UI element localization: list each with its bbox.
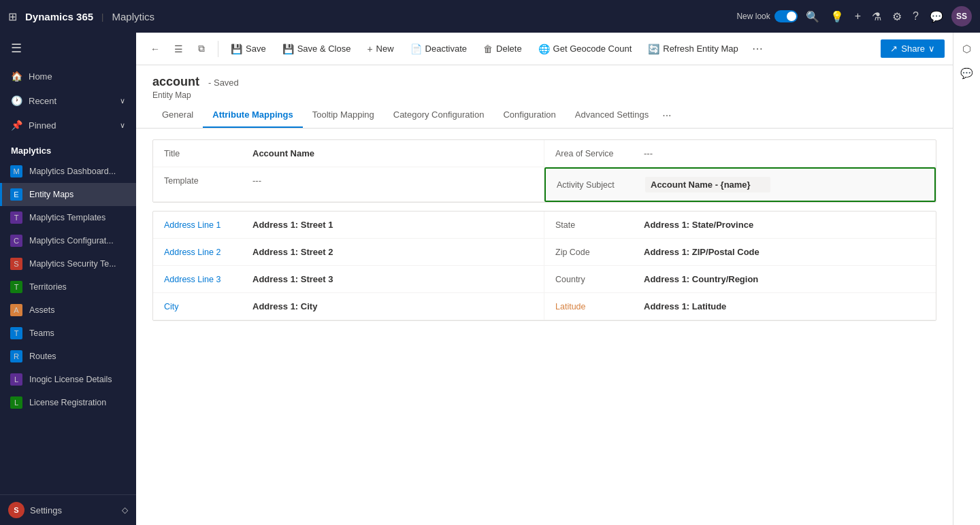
tab-general[interactable]: General — [152, 103, 203, 128]
latitude-label[interactable]: Latitude — [555, 302, 637, 311]
tab-advanced-settings[interactable]: Advanced Settings — [566, 103, 658, 128]
tab-configuration[interactable]: Configuration — [493, 103, 565, 128]
tabs-bar: General Attribute Mappings Tooltip Mappi… — [136, 103, 953, 129]
settings-icon[interactable]: ⚙ — [889, 7, 904, 26]
license-reg-icon: L — [10, 396, 22, 409]
form-cell-address-line-2: Address Line 2 Address 1: Street 2 — [153, 239, 544, 266]
sidebar-item-maplytics-dashboard[interactable]: M Maplytics Dashboard... — [0, 160, 136, 183]
brand-title: Dynamics 365 — [25, 11, 93, 22]
hamburger-icon[interactable]: ☰ — [0, 33, 136, 64]
sidebar-item-entity-maps[interactable]: E Entity Maps — [0, 183, 136, 206]
form-cell-template: Template --- — [153, 167, 544, 202]
sidebar-item-inogic-license[interactable]: L Inogic License Details — [0, 368, 136, 391]
search-icon[interactable]: 🔍 — [803, 7, 822, 26]
settings-badge: S — [8, 502, 24, 518]
tab-category-configuration[interactable]: Category Configuration — [384, 103, 494, 128]
sidebar-item-maplytics-security[interactable]: S Maplytics Security Te... — [0, 252, 136, 275]
area-of-service-value: --- — [644, 148, 653, 158]
assets-icon: A — [10, 304, 22, 316]
address-line-2-label[interactable]: Address Line 2 — [164, 248, 246, 257]
settings-label: Settings — [30, 505, 62, 515]
tabs-more-button[interactable]: ··· — [658, 104, 675, 127]
list-view-button[interactable]: ☰ — [167, 38, 189, 60]
maplytics-templates-icon: T — [10, 211, 22, 224]
zip-code-label: Zip Code — [555, 248, 637, 257]
maplytics-dashboard-label: Maplytics Dashboard... — [29, 167, 116, 176]
sidebar-item-teams[interactable]: T Teams — [0, 322, 136, 345]
toolbar-nav: ← ☰ ⧉ — [144, 38, 212, 60]
address-line-2-value: Address 1: Street 2 — [252, 247, 333, 257]
form-cell-title: Title Account Name — [153, 140, 544, 167]
sidebar-item-routes[interactable]: R Routes — [0, 345, 136, 368]
country-value: Address 1: Country/Region — [644, 274, 758, 284]
sidebar: ☰ 🏠 Home 🕐 Recent ∨ 📌 Pinned ∨ Maplytics… — [0, 33, 136, 525]
state-value: Address 1: State/Province — [644, 220, 753, 230]
chat-icon[interactable]: 💬 — [927, 7, 946, 26]
sidebar-item-recent[interactable]: 🕐 Recent ∨ — [0, 88, 136, 113]
geocode-button[interactable]: 🌐 Get Geocode Count — [532, 40, 639, 58]
state-label: State — [555, 220, 637, 230]
filter-icon[interactable]: ⚗ — [869, 7, 884, 26]
more-options-button[interactable]: ⋯ — [748, 39, 767, 58]
entity-maps-label: Entity Maps — [29, 190, 74, 199]
tab-tooltip-mapping[interactable]: Tooltip Mapping — [303, 103, 384, 128]
address-line-1-label[interactable]: Address Line 1 — [164, 220, 246, 230]
new-look-switch[interactable] — [774, 10, 798, 22]
save-close-icon: 💾 — [282, 44, 294, 54]
right-panel-icons: ⬡ 💬 — [953, 33, 980, 525]
sidebar-section-label: Maplytics — [0, 137, 136, 160]
main-layout: ☰ 🏠 Home 🕐 Recent ∨ 📌 Pinned ∨ Maplytics… — [0, 33, 980, 525]
activity-subject-input[interactable] — [645, 177, 770, 192]
sidebar-item-maplytics-configurator[interactable]: C Maplytics Configurat... — [0, 229, 136, 252]
inogic-license-label: Inogic License Details — [29, 375, 112, 384]
top-navbar: ⊞ Dynamics 365 | Maplytics New look 🔍 💡 … — [0, 0, 980, 33]
form-cell-activity-subject: Activity Subject — [544, 167, 936, 202]
settings-chevron-icon: ◇ — [122, 505, 128, 515]
new-icon: + — [367, 44, 372, 54]
grid-icon[interactable]: ⊞ — [8, 10, 17, 23]
new-button[interactable]: + New — [360, 40, 400, 58]
home-label: Home — [29, 71, 52, 82]
lightbulb-icon[interactable]: 💡 — [828, 7, 847, 26]
share-button[interactable]: ↗ Share ∨ — [881, 39, 945, 58]
delete-button[interactable]: 🗑 Delete — [476, 40, 529, 58]
save-button[interactable]: 💾 Save — [224, 40, 273, 58]
refresh-icon: 🔄 — [648, 44, 659, 54]
license-reg-label: License Registration — [29, 398, 106, 407]
plus-icon[interactable]: + — [852, 7, 864, 25]
record-title-text: account — [152, 75, 199, 88]
form-section-address: Address Line 1 Address 1: Street 1 State… — [152, 211, 936, 321]
form-cell-address-line-1: Address Line 1 Address 1: Street 1 — [153, 211, 544, 239]
help-icon[interactable]: ? — [910, 7, 921, 25]
right-panel-chat-icon[interactable]: 💬 — [956, 63, 978, 84]
city-label[interactable]: City — [164, 302, 246, 311]
save-label: Save — [246, 44, 266, 54]
sidebar-item-pinned[interactable]: 📌 Pinned ∨ — [0, 113, 136, 137]
form-body: Title Account Name Area of Service --- T… — [136, 129, 953, 525]
content-area: ← ☰ ⧉ 💾 Save 💾 Save & Close + New 📄 Deac… — [136, 33, 953, 525]
right-panel-map-icon[interactable]: ⬡ — [956, 38, 978, 60]
avatar[interactable]: SS — [951, 6, 972, 27]
sidebar-item-assets[interactable]: A Assets — [0, 299, 136, 322]
record-title: account - Saved — [152, 75, 936, 89]
refresh-label: Refresh Entity Map — [663, 44, 738, 54]
new-window-button[interactable]: ⧉ — [191, 38, 212, 60]
brand: Dynamics 365 | Maplytics — [25, 11, 154, 22]
sidebar-item-home[interactable]: 🏠 Home — [0, 64, 136, 88]
sidebar-footer-settings[interactable]: S Settings ◇ — [0, 494, 136, 525]
sidebar-item-license-registration[interactable]: L License Registration — [0, 391, 136, 414]
activity-subject-label: Activity Subject — [557, 180, 638, 190]
save-icon: 💾 — [231, 44, 242, 54]
share-chevron-icon: ∨ — [928, 44, 935, 54]
address-line-3-label[interactable]: Address Line 3 — [164, 275, 246, 284]
tab-attribute-mappings[interactable]: Attribute Mappings — [203, 103, 302, 128]
maplytics-templates-label: Maplytics Templates — [29, 213, 105, 222]
sidebar-item-territories[interactable]: T Territories — [0, 275, 136, 299]
territories-icon: T — [10, 281, 22, 293]
save-close-button[interactable]: 💾 Save & Close — [276, 40, 358, 58]
deactivate-button[interactable]: 📄 Deactivate — [404, 40, 474, 58]
sidebar-item-maplytics-templates[interactable]: T Maplytics Templates — [0, 206, 136, 229]
back-button[interactable]: ← — [144, 38, 166, 60]
refresh-entity-map-button[interactable]: 🔄 Refresh Entity Map — [641, 40, 745, 58]
new-look-toggle[interactable]: New look — [736, 10, 797, 22]
